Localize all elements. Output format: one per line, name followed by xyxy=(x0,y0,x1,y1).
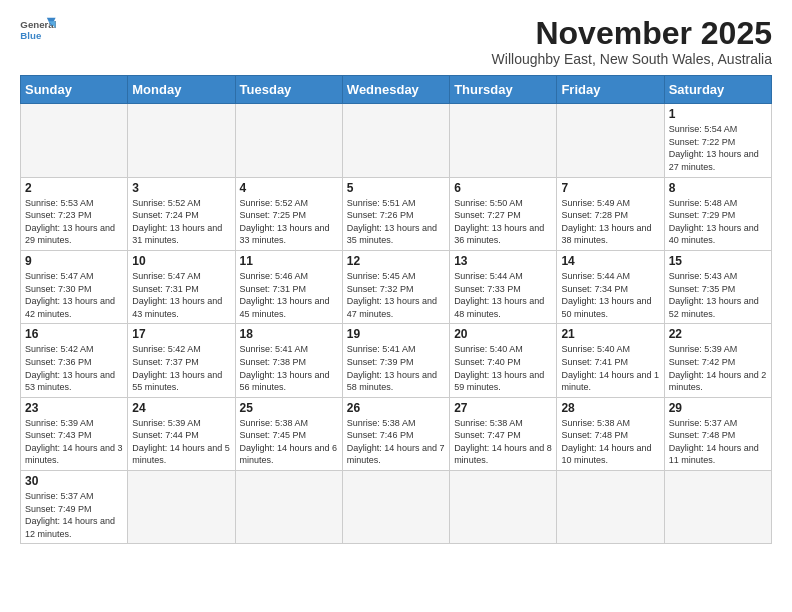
calendar-cell: 11Sunrise: 5:46 AMSunset: 7:31 PMDayligh… xyxy=(235,250,342,323)
day-info: Sunrise: 5:38 AMSunset: 7:48 PMDaylight:… xyxy=(561,417,659,467)
day-info: Sunrise: 5:38 AMSunset: 7:46 PMDaylight:… xyxy=(347,417,445,467)
calendar-cell: 1Sunrise: 5:54 AMSunset: 7:22 PMDaylight… xyxy=(664,104,771,177)
day-info: Sunrise: 5:41 AMSunset: 7:39 PMDaylight:… xyxy=(347,343,445,393)
calendar-cell: 5Sunrise: 5:51 AMSunset: 7:26 PMDaylight… xyxy=(342,177,449,250)
calendar-cell xyxy=(450,471,557,544)
weekday-header-saturday: Saturday xyxy=(664,76,771,104)
day-number: 12 xyxy=(347,254,445,268)
day-info: Sunrise: 5:47 AMSunset: 7:31 PMDaylight:… xyxy=(132,270,230,320)
day-number: 5 xyxy=(347,181,445,195)
day-number: 17 xyxy=(132,327,230,341)
calendar-cell: 6Sunrise: 5:50 AMSunset: 7:27 PMDaylight… xyxy=(450,177,557,250)
calendar-cell: 29Sunrise: 5:37 AMSunset: 7:48 PMDayligh… xyxy=(664,397,771,470)
day-info: Sunrise: 5:39 AMSunset: 7:44 PMDaylight:… xyxy=(132,417,230,467)
calendar-week-3: 9Sunrise: 5:47 AMSunset: 7:30 PMDaylight… xyxy=(21,250,772,323)
calendar-cell: 12Sunrise: 5:45 AMSunset: 7:32 PMDayligh… xyxy=(342,250,449,323)
day-number: 3 xyxy=(132,181,230,195)
day-info: Sunrise: 5:42 AMSunset: 7:37 PMDaylight:… xyxy=(132,343,230,393)
calendar-cell: 25Sunrise: 5:38 AMSunset: 7:45 PMDayligh… xyxy=(235,397,342,470)
day-number: 11 xyxy=(240,254,338,268)
day-number: 18 xyxy=(240,327,338,341)
calendar-cell: 14Sunrise: 5:44 AMSunset: 7:34 PMDayligh… xyxy=(557,250,664,323)
day-number: 8 xyxy=(669,181,767,195)
weekday-header-friday: Friday xyxy=(557,76,664,104)
weekday-header-tuesday: Tuesday xyxy=(235,76,342,104)
day-info: Sunrise: 5:52 AMSunset: 7:24 PMDaylight:… xyxy=(132,197,230,247)
day-info: Sunrise: 5:51 AMSunset: 7:26 PMDaylight:… xyxy=(347,197,445,247)
day-number: 7 xyxy=(561,181,659,195)
weekday-header-sunday: Sunday xyxy=(21,76,128,104)
day-info: Sunrise: 5:40 AMSunset: 7:40 PMDaylight:… xyxy=(454,343,552,393)
day-number: 23 xyxy=(25,401,123,415)
calendar-cell: 22Sunrise: 5:39 AMSunset: 7:42 PMDayligh… xyxy=(664,324,771,397)
day-number: 14 xyxy=(561,254,659,268)
day-info: Sunrise: 5:49 AMSunset: 7:28 PMDaylight:… xyxy=(561,197,659,247)
day-number: 28 xyxy=(561,401,659,415)
calendar-cell xyxy=(342,471,449,544)
day-number: 9 xyxy=(25,254,123,268)
calendar-cell: 3Sunrise: 5:52 AMSunset: 7:24 PMDaylight… xyxy=(128,177,235,250)
day-info: Sunrise: 5:38 AMSunset: 7:47 PMDaylight:… xyxy=(454,417,552,467)
calendar-cell: 17Sunrise: 5:42 AMSunset: 7:37 PMDayligh… xyxy=(128,324,235,397)
calendar-cell: 20Sunrise: 5:40 AMSunset: 7:40 PMDayligh… xyxy=(450,324,557,397)
calendar-cell xyxy=(128,471,235,544)
title-block: November 2025 Willoughby East, New South… xyxy=(492,16,772,67)
calendar-cell: 27Sunrise: 5:38 AMSunset: 7:47 PMDayligh… xyxy=(450,397,557,470)
weekday-header-thursday: Thursday xyxy=(450,76,557,104)
day-number: 15 xyxy=(669,254,767,268)
calendar-cell: 30Sunrise: 5:37 AMSunset: 7:49 PMDayligh… xyxy=(21,471,128,544)
calendar-cell: 7Sunrise: 5:49 AMSunset: 7:28 PMDaylight… xyxy=(557,177,664,250)
calendar-cell: 4Sunrise: 5:52 AMSunset: 7:25 PMDaylight… xyxy=(235,177,342,250)
calendar-week-4: 16Sunrise: 5:42 AMSunset: 7:36 PMDayligh… xyxy=(21,324,772,397)
day-number: 19 xyxy=(347,327,445,341)
day-info: Sunrise: 5:47 AMSunset: 7:30 PMDaylight:… xyxy=(25,270,123,320)
calendar-week-1: 1Sunrise: 5:54 AMSunset: 7:22 PMDaylight… xyxy=(21,104,772,177)
day-number: 16 xyxy=(25,327,123,341)
day-info: Sunrise: 5:37 AMSunset: 7:48 PMDaylight:… xyxy=(669,417,767,467)
calendar-cell xyxy=(664,471,771,544)
day-number: 22 xyxy=(669,327,767,341)
calendar-cell: 8Sunrise: 5:48 AMSunset: 7:29 PMDaylight… xyxy=(664,177,771,250)
day-info: Sunrise: 5:52 AMSunset: 7:25 PMDaylight:… xyxy=(240,197,338,247)
calendar-cell: 16Sunrise: 5:42 AMSunset: 7:36 PMDayligh… xyxy=(21,324,128,397)
calendar-cell: 15Sunrise: 5:43 AMSunset: 7:35 PMDayligh… xyxy=(664,250,771,323)
day-info: Sunrise: 5:46 AMSunset: 7:31 PMDaylight:… xyxy=(240,270,338,320)
calendar-cell xyxy=(21,104,128,177)
day-info: Sunrise: 5:44 AMSunset: 7:33 PMDaylight:… xyxy=(454,270,552,320)
day-info: Sunrise: 5:45 AMSunset: 7:32 PMDaylight:… xyxy=(347,270,445,320)
day-number: 27 xyxy=(454,401,552,415)
calendar-cell: 26Sunrise: 5:38 AMSunset: 7:46 PMDayligh… xyxy=(342,397,449,470)
day-info: Sunrise: 5:39 AMSunset: 7:42 PMDaylight:… xyxy=(669,343,767,393)
day-info: Sunrise: 5:42 AMSunset: 7:36 PMDaylight:… xyxy=(25,343,123,393)
page: General Blue November 2025 Willoughby Ea… xyxy=(0,0,792,612)
weekday-header-monday: Monday xyxy=(128,76,235,104)
calendar-cell: 13Sunrise: 5:44 AMSunset: 7:33 PMDayligh… xyxy=(450,250,557,323)
day-number: 24 xyxy=(132,401,230,415)
subtitle: Willoughby East, New South Wales, Austra… xyxy=(492,51,772,67)
day-number: 21 xyxy=(561,327,659,341)
calendar-cell: 9Sunrise: 5:47 AMSunset: 7:30 PMDaylight… xyxy=(21,250,128,323)
day-info: Sunrise: 5:43 AMSunset: 7:35 PMDaylight:… xyxy=(669,270,767,320)
calendar-cell xyxy=(235,471,342,544)
calendar-cell xyxy=(342,104,449,177)
day-number: 25 xyxy=(240,401,338,415)
calendar-week-5: 23Sunrise: 5:39 AMSunset: 7:43 PMDayligh… xyxy=(21,397,772,470)
day-info: Sunrise: 5:48 AMSunset: 7:29 PMDaylight:… xyxy=(669,197,767,247)
weekday-header-wednesday: Wednesday xyxy=(342,76,449,104)
calendar-cell: 19Sunrise: 5:41 AMSunset: 7:39 PMDayligh… xyxy=(342,324,449,397)
calendar-cell: 21Sunrise: 5:40 AMSunset: 7:41 PMDayligh… xyxy=(557,324,664,397)
day-info: Sunrise: 5:50 AMSunset: 7:27 PMDaylight:… xyxy=(454,197,552,247)
day-number: 10 xyxy=(132,254,230,268)
logo-icon: General Blue xyxy=(20,16,56,46)
day-info: Sunrise: 5:38 AMSunset: 7:45 PMDaylight:… xyxy=(240,417,338,467)
calendar-cell: 10Sunrise: 5:47 AMSunset: 7:31 PMDayligh… xyxy=(128,250,235,323)
calendar-table: SundayMondayTuesdayWednesdayThursdayFrid… xyxy=(20,75,772,544)
calendar-cell xyxy=(235,104,342,177)
logo: General Blue xyxy=(20,16,56,46)
day-number: 30 xyxy=(25,474,123,488)
day-number: 2 xyxy=(25,181,123,195)
day-number: 13 xyxy=(454,254,552,268)
day-info: Sunrise: 5:37 AMSunset: 7:49 PMDaylight:… xyxy=(25,490,123,540)
calendar-cell: 2Sunrise: 5:53 AMSunset: 7:23 PMDaylight… xyxy=(21,177,128,250)
day-info: Sunrise: 5:40 AMSunset: 7:41 PMDaylight:… xyxy=(561,343,659,393)
